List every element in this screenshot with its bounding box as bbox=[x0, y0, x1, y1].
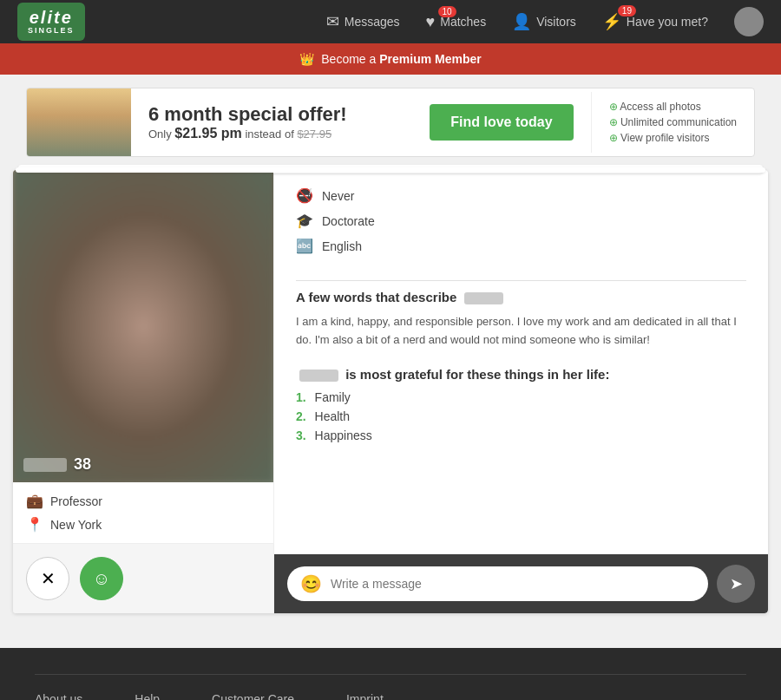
ad-feature-3: View profile visitors bbox=[609, 132, 737, 144]
nav-visitors[interactable]: 👤 Visitors bbox=[512, 12, 576, 31]
avatar[interactable] bbox=[734, 7, 764, 36]
ad-cta-button[interactable]: Find love today bbox=[430, 104, 573, 141]
profile-location: 📍 New York bbox=[26, 516, 260, 533]
profile-info: 💼 Professor 📍 New York bbox=[13, 482, 273, 543]
send-icon: ➤ bbox=[730, 574, 743, 593]
ad-feature-1: Access all photos bbox=[609, 101, 737, 113]
profile-left-panel: 38 💼 Professor 📍 New York ✕ ☺ bbox=[13, 170, 273, 613]
graduation-icon: 🎓 bbox=[296, 213, 313, 229]
premium-text: Become a Premium Member bbox=[321, 52, 481, 66]
profile-age: 38 bbox=[74, 455, 91, 474]
location-label: New York bbox=[50, 518, 102, 532]
nav-messages[interactable]: ✉ Messages bbox=[326, 12, 400, 31]
premium-pre: Become a bbox=[321, 52, 376, 66]
grateful-title: is most grateful for these things in her… bbox=[296, 367, 746, 382]
like-button[interactable]: ☺ bbox=[80, 557, 123, 600]
profile-right-panel: 🚭 Never 🎓 Doctorate 🔤 English A few word… bbox=[273, 170, 768, 613]
language-icon: 🔤 bbox=[296, 238, 313, 254]
footer-help[interactable]: Help bbox=[135, 692, 160, 700]
crown-icon: 👑 bbox=[299, 52, 314, 66]
grateful-item-3: 3. Happiness bbox=[296, 429, 746, 442]
nav-have-you-met-label: Have you met? bbox=[627, 15, 708, 29]
grateful-list: 1. Family 2. Health 3. Happiness bbox=[296, 390, 746, 442]
lightning-icon: ⚡ bbox=[602, 12, 621, 31]
footer-customer-care[interactable]: Customer Care bbox=[212, 692, 294, 700]
profile-card: 38 💼 Professor 📍 New York ✕ ☺ bbox=[13, 170, 768, 613]
profile-name-age: 38 bbox=[23, 455, 91, 474]
message-input[interactable] bbox=[331, 577, 695, 591]
profile-attributes: 🚭 Never 🎓 Doctorate 🔤 English bbox=[296, 187, 746, 254]
profile-photo: 38 bbox=[13, 170, 273, 482]
dislike-button[interactable]: ✕ bbox=[26, 557, 69, 600]
education-value: Doctorate bbox=[322, 214, 375, 228]
nav-matches[interactable]: ♥ 10 Matches bbox=[426, 13, 487, 31]
attr-language: 🔤 English bbox=[296, 238, 746, 254]
footer-imprint[interactable]: Imprint bbox=[346, 692, 384, 700]
premium-banner[interactable]: 👑 Become a Premium Member bbox=[0, 43, 781, 75]
matches-badge: 10 bbox=[438, 6, 456, 17]
grateful-item-2: 2. Health bbox=[296, 409, 746, 423]
top-navigation: elite SINGLES ✉ Messages ♥ 10 Matches 👤 … bbox=[0, 0, 781, 43]
briefcase-icon: 💼 bbox=[26, 493, 43, 509]
logo[interactable]: elite SINGLES bbox=[17, 3, 85, 41]
ad-content: 6 month special offer! Only $21.95 pm in… bbox=[131, 95, 412, 150]
message-input-wrap[interactable]: 😊 bbox=[287, 566, 708, 601]
profession-label: Professor bbox=[50, 494, 102, 508]
username-blurred-desc bbox=[464, 292, 503, 304]
username-blurred-grateful bbox=[299, 370, 338, 382]
ad-old-price: $27.95 bbox=[297, 128, 331, 141]
heart-icon: ♥ bbox=[426, 13, 436, 31]
person-icon: 👤 bbox=[512, 12, 531, 31]
ad-photo bbox=[27, 88, 131, 157]
smoking-value: Never bbox=[322, 189, 354, 203]
emoji-icon: 😊 bbox=[300, 573, 322, 594]
ad-feature-2: Unlimited communication bbox=[609, 116, 737, 128]
profile-card-stack: 38 💼 Professor 📍 New York ✕ ☺ bbox=[13, 170, 768, 613]
ad-features: Access all photos Unlimited communicatio… bbox=[591, 92, 754, 153]
have-you-met-badge: 19 bbox=[618, 5, 636, 16]
nav-visitors-label: Visitors bbox=[536, 15, 576, 29]
profile-profession: 💼 Professor bbox=[26, 493, 260, 509]
grateful-item-1: 1. Family bbox=[296, 390, 746, 404]
nav-have-you-met[interactable]: ⚡ 19 Have you met? bbox=[602, 12, 708, 31]
footer-about[interactable]: About us bbox=[35, 692, 82, 700]
bio-text: I am a kind, happy, and responsible pers… bbox=[296, 313, 746, 350]
footer-links: About us Help Customer Care Imprint bbox=[35, 692, 746, 700]
ad-price: $21.95 pm bbox=[174, 126, 241, 141]
footer-divider bbox=[35, 674, 746, 675]
profile-name-blurred bbox=[23, 458, 67, 472]
attr-smoking: 🚭 Never bbox=[296, 187, 746, 204]
no-smoking-icon: 🚭 bbox=[296, 187, 313, 204]
premium-link[interactable]: Premium Member bbox=[379, 52, 481, 66]
envelope-icon: ✉ bbox=[326, 12, 339, 31]
ad-subtitle: Only $21.95 pm instead of $27.95 bbox=[148, 126, 395, 141]
message-area: 😊 ➤ bbox=[274, 553, 768, 613]
nav-messages-label: Messages bbox=[345, 15, 400, 29]
attr-education: 🎓 Doctorate bbox=[296, 213, 746, 229]
ad-banner: 6 month special offer! Only $21.95 pm in… bbox=[26, 88, 755, 157]
logo-sub: SINGLES bbox=[28, 27, 75, 36]
footer: About us Help Customer Care Imprint bbox=[0, 648, 781, 700]
action-buttons: ✕ ☺ bbox=[13, 543, 273, 613]
send-button[interactable]: ➤ bbox=[717, 565, 755, 603]
logo-brand: elite bbox=[28, 8, 75, 27]
language-value: English bbox=[322, 239, 362, 253]
ad-title: 6 month special offer! bbox=[148, 103, 395, 126]
divider bbox=[296, 280, 746, 281]
location-icon: 📍 bbox=[26, 516, 43, 533]
desc-title: A few words that describe bbox=[296, 290, 746, 304]
